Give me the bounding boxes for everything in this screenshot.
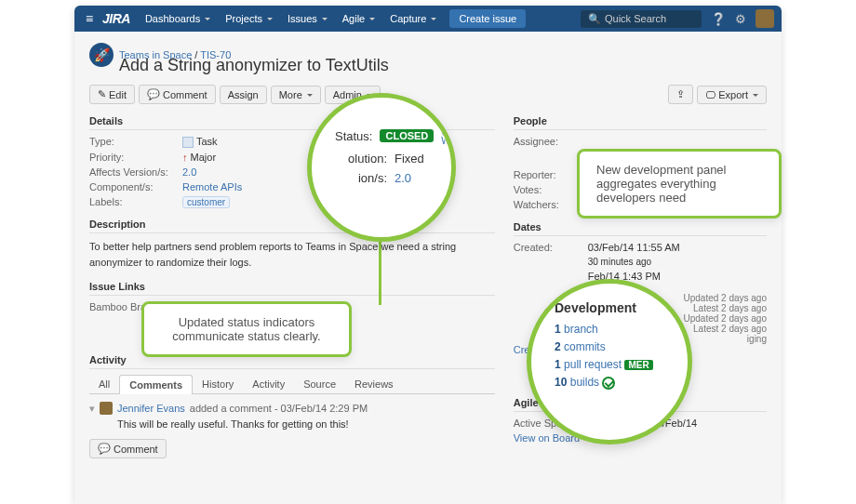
comment-header: ▾ Jennifer Evans added a comment - 03/Fe… [89,402,495,415]
commenter-avatar [100,402,113,415]
activity-section: Activity All Comments History Activity S… [89,354,495,458]
share-button[interactable]: ⇪ [668,85,693,104]
tab-reviews[interactable]: Reviews [345,375,403,393]
project-icon: 🚀 [89,43,114,67]
nav-capture[interactable]: Capture [384,9,442,28]
gear-icon[interactable]: ⚙ [735,12,746,26]
activity-tabs: All Comments History Activity Source Rev… [89,375,495,394]
nav-dashboards[interactable]: Dashboards [140,9,216,28]
comment-button[interactable]: 💬Comment [139,85,216,104]
tab-source[interactable]: Source [294,375,345,393]
success-check-icon [602,377,615,390]
top-nav: ≡ JIRA Dashboards Projects Issues Agile … [74,6,782,32]
comment-icon: 💬 [147,88,160,100]
merged-badge: MER [624,360,652,370]
export-icon: 🖵 [705,89,716,100]
fix-version-link[interactable]: 2.0 [395,171,411,185]
user-avatar[interactable] [756,9,774,28]
affects-version-link[interactable]: 2.0 [182,166,196,178]
dev-branch-row[interactable]: 1 branch [555,323,678,336]
task-icon [182,137,194,148]
dev-pr-row[interactable]: 1 pull request MER [555,358,678,371]
export-button[interactable]: 🖵 Export [697,86,767,104]
nav-issues[interactable]: Issues [282,9,333,28]
pencil-icon: ✎ [98,88,106,100]
nav-projects[interactable]: Projects [220,9,278,28]
component-link[interactable]: Remote APIs [182,181,242,192]
search-input[interactable] [605,13,698,24]
dev-builds-row[interactable]: 10 builds [555,376,678,390]
status-callout-box: Updated status indicators communicate st… [141,301,352,357]
assign-button[interactable]: Assign [220,86,267,104]
edit-button[interactable]: ✎Edit [89,85,135,104]
tab-all[interactable]: All [89,375,119,393]
priority-major-icon: ↑ [182,152,188,163]
help-icon[interactable]: ❔ [711,12,726,26]
collapse-icon[interactable]: ▾ [89,403,95,415]
jira-logo[interactable]: JIRA [102,11,130,26]
tab-activity[interactable]: Activity [243,375,294,393]
more-button[interactable]: More [271,86,321,104]
search-icon: 🔍 [588,13,601,25]
label-tag[interactable]: customer [182,196,230,208]
comment-icon: 💬 [98,443,111,455]
status-badge: CLOSED [380,129,434,142]
dev-callout-box: New development panel aggregates everyth… [577,149,782,219]
development-callout-circle: Development 1 branch 2 commits 1 pull re… [527,279,692,444]
create-issue-button[interactable]: Create issue [449,9,526,28]
add-comment-button[interactable]: 💬Comment [89,439,167,458]
description-text: To better help partners send problem rep… [89,239,495,270]
issue-title: Add a String anonymizer to TextUtils [119,56,767,75]
callout-connector [379,240,381,305]
issue-toolbar: ✎Edit 💬Comment Assign More Admin ⇪ 🖵 Exp… [89,85,767,104]
comment-body: This will be really useful. Thanks for g… [117,418,495,430]
tab-history[interactable]: History [193,375,243,393]
hamburger-icon[interactable]: ≡ [82,11,97,26]
description-section: Description To better help partners send… [89,219,495,270]
nav-agile[interactable]: Agile [337,9,381,28]
tab-comments[interactable]: Comments [119,375,193,394]
commenter-name[interactable]: Jennifer Evans [117,403,185,414]
status-callout-circle: Status:CLOSED( View Workflow olution:Fix… [307,93,456,242]
dev-commits-row[interactable]: 2 commits [555,340,678,353]
share-icon: ⇪ [676,88,685,100]
quick-search[interactable]: 🔍 [581,10,702,28]
dates-section: Dates Created:03/Feb/14 11:55 AM 30 minu… [514,221,767,282]
